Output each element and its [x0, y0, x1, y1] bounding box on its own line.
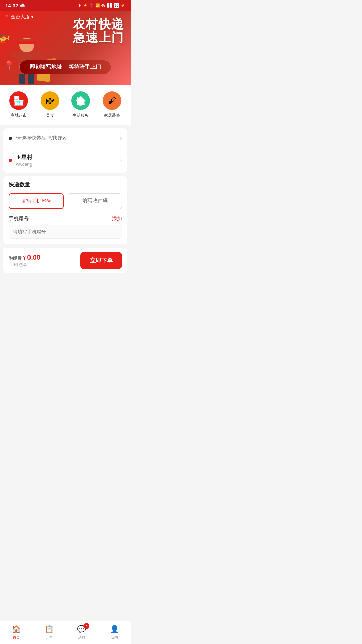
chevron-down-icon: ▾	[31, 15, 33, 19]
svg-rect-4	[19, 74, 25, 84]
banner-title-line1: 农村快递	[73, 17, 124, 31]
bluetooth-icon: ⚡	[83, 3, 88, 8]
banner-illustration: 🚁 📍	[0, 24, 67, 85]
address-main: 玉星村	[16, 154, 120, 161]
status-time: 14:32 ☁️	[5, 3, 25, 8]
category-item-food[interactable]: 🍽 美食	[41, 91, 59, 118]
location-icon: 📍	[89, 3, 94, 8]
add-button[interactable]: 添加	[112, 216, 122, 222]
field-label: 手机尾号	[9, 216, 29, 222]
banner-cta-button[interactable]: 即刻填写地址— 等待骑手上门	[19, 60, 111, 74]
svg-rect-3	[17, 41, 37, 44]
input-tab-row: 填写手机尾号 填写收件码	[9, 193, 122, 209]
location-marker-icon: 📍	[3, 60, 15, 71]
category-label-food: 美食	[46, 113, 54, 118]
category-label-life: 生活服务	[73, 113, 89, 118]
signal-bars: ▊▊	[107, 3, 112, 8]
quantity-title: 快递数量	[9, 181, 122, 189]
price-fee-label: 跑腿费	[9, 256, 22, 261]
order-now-button[interactable]: 立即下单	[80, 252, 122, 269]
battery-indicator: 60	[114, 3, 119, 8]
signal-icon: 4G	[101, 4, 106, 7]
express-brand-label: 请选择快递品牌/快递站	[16, 135, 68, 141]
field-label-row: 手机尾号 添加	[9, 216, 122, 222]
svg-rect-5	[28, 74, 34, 84]
express-brand-row[interactable]: 请选择快递品牌/快递站 ›	[3, 128, 127, 148]
tab-receipt-code[interactable]: 填写收件码	[68, 193, 122, 209]
category-icon-life: 🏠	[71, 91, 90, 110]
categories-bar: 🏪 商城超市 🍽 美食 🏠 生活服务 🖌 家居装修	[0, 85, 131, 125]
status-icons: N ⚡ 📍 📶 4G ▊▊ 60 ⚡	[79, 3, 125, 8]
banner-title-line2: 急速上门	[73, 31, 124, 44]
express-select-card: 请选择快递品牌/快递站 › 玉星村 wwdeng ›	[3, 128, 127, 173]
category-icon-mall: 🏪	[9, 91, 28, 110]
quantity-section: 快递数量 填写手机尾号 填写收件码 手机尾号 添加	[3, 176, 127, 244]
price-info: 跑腿费 ¥ 0.00 共0件包裹	[9, 254, 40, 268]
tab-phone-tail[interactable]: 填写手机尾号	[9, 193, 64, 209]
svg-rect-7	[35, 53, 44, 57]
dot-unselected	[9, 137, 12, 140]
category-icon-food: 🍽	[41, 91, 59, 110]
svg-rect-6	[10, 53, 18, 57]
category-label-mall: 商城超市	[11, 113, 27, 118]
location-name: 金台大厦	[11, 14, 30, 20]
express-brand-content: 请选择快递品牌/快递站	[16, 135, 120, 141]
nfc-icon: N	[79, 4, 81, 7]
price-symbol: ¥	[23, 255, 26, 261]
location-pin-icon: 📍	[4, 14, 10, 20]
category-icon-home: 🖌	[103, 91, 121, 110]
package-count: 共0件包裹	[9, 262, 40, 268]
charging-icon: ⚡	[121, 3, 125, 8]
price-value: 0.00	[27, 254, 40, 261]
wifi-icon: 📶	[95, 3, 100, 8]
category-item-mall[interactable]: 🏪 商城超市	[9, 91, 28, 118]
category-label-home: 家居装修	[104, 113, 120, 118]
bottom-price-bar: 跑腿费 ¥ 0.00 共0件包裹 立即下单	[3, 248, 127, 273]
address-content: 玉星村 wwdeng	[16, 154, 120, 167]
address-row[interactable]: 玉星村 wwdeng ›	[3, 148, 127, 173]
address-sub: wwdeng	[16, 162, 120, 167]
category-item-home[interactable]: 🖌 家居装修	[103, 91, 121, 118]
banner: 📍 金台大厦 ▾ 🚁 📍 农村快递 急速上门 即刻填写地址— 等待骑	[0, 11, 131, 85]
category-item-life[interactable]: 🏠 生活服务	[71, 91, 90, 118]
location-bar[interactable]: 📍 金台大厦 ▾	[4, 14, 33, 20]
cloud-icon: ☁️	[19, 3, 25, 8]
chevron-right-icon-1: ›	[120, 135, 122, 142]
phone-tail-input[interactable]	[9, 225, 122, 239]
chevron-right-icon-2: ›	[120, 157, 122, 164]
banner-title: 农村快递 急速上门	[73, 17, 124, 44]
status-bar: 14:32 ☁️ N ⚡ 📍 📶 4G ▊▊ 60 ⚡	[0, 0, 131, 11]
dot-selected	[9, 159, 12, 162]
